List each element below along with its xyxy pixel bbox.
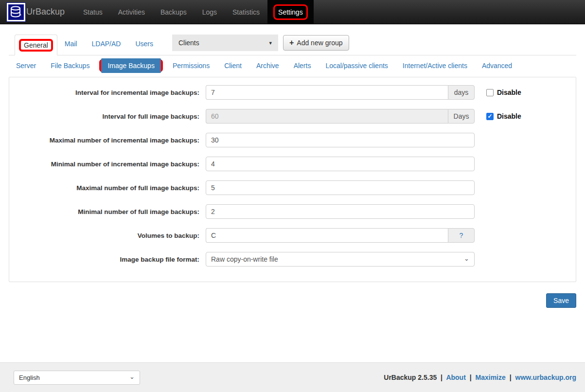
brand[interactable]: UrBackup xyxy=(0,0,65,24)
unit-addon: Days xyxy=(448,109,475,124)
annotation-box-general: General xyxy=(19,39,53,52)
field-label: Interval for incremental image backups: xyxy=(9,89,206,96)
language-select-value: English xyxy=(19,374,40,381)
tab-users[interactable]: Users xyxy=(128,35,160,53)
subtab-advanced[interactable]: Advanced xyxy=(475,58,519,73)
separator: | xyxy=(439,374,444,381)
plus-icon: + xyxy=(289,38,294,47)
field-label: Interval for full image backups: xyxy=(9,113,206,120)
tab-mail[interactable]: Mail xyxy=(57,35,85,53)
maximize-link[interactable]: Maximize xyxy=(476,374,506,381)
footer-info: UrBackup 2.5.35 | About | Maximize | www… xyxy=(384,374,576,381)
subtab-file-backups[interactable]: File Backups xyxy=(43,58,97,73)
top-navbar: UrBackup Status Activities Backups Logs … xyxy=(0,0,585,24)
subtab-image-backups[interactable]: Image Backups xyxy=(101,58,161,73)
brand-name: UrBackup xyxy=(26,7,65,17)
separator: | xyxy=(468,374,474,381)
field-label: Image backup file format: xyxy=(9,256,206,263)
add-new-group-button[interactable]: + Add new group xyxy=(283,35,349,51)
subtab-archive[interactable]: Archive xyxy=(249,58,286,73)
field-label: Maximal number of full image backups: xyxy=(9,184,206,192)
subtab-client[interactable]: Client xyxy=(217,58,249,73)
row-max-full-image: Maximal number of full image backups: xyxy=(9,180,576,195)
unit-addon: days xyxy=(448,85,475,100)
nav-item-status[interactable]: Status xyxy=(75,0,110,24)
save-button[interactable]: Save xyxy=(546,293,576,308)
field-label: Minimal number of incremental image back… xyxy=(9,160,206,168)
language-select[interactable]: English ⌄ xyxy=(14,371,140,385)
website-link[interactable]: www.urbackup.org xyxy=(515,374,577,381)
version-text: UrBackup 2.5.35 xyxy=(384,374,437,381)
disable-checkbox[interactable] xyxy=(486,113,494,120)
urbackup-logo-database-icon xyxy=(7,3,25,21)
row-max-incr-image: Maximal number of incremental image back… xyxy=(9,133,576,147)
annotation-box-image-backups: Image Backups xyxy=(99,59,163,72)
nav-item-settings-label: Settings xyxy=(278,8,303,16)
row-min-incr-image: Minimal number of incremental image back… xyxy=(9,157,576,171)
save-row: Save xyxy=(9,293,576,308)
nav-item-logs[interactable]: Logs xyxy=(195,0,225,24)
tab-general[interactable]: General xyxy=(15,35,57,55)
field-label: Minimal number of full image backups: xyxy=(9,208,206,215)
image-backups-settings-panel: Interval for incremental image backups: … xyxy=(9,77,576,282)
row-incr-image-interval: Interval for incremental image backups: … xyxy=(9,85,576,100)
subtab-local-passive-clients[interactable]: Local/passive clients xyxy=(318,58,395,73)
help-icon[interactable]: ? xyxy=(448,228,475,243)
subtab-internet-active-clients[interactable]: Internet/Active clients xyxy=(395,58,475,73)
row-volumes-to-backup: Volumes to backup: ? xyxy=(9,228,576,243)
image-file-format-value: Raw copy-on-write file xyxy=(211,255,278,263)
main-content: General Mail LDAP/AD Users Clients ▾ + A… xyxy=(0,24,585,362)
add-new-group-label: Add new group xyxy=(297,39,342,47)
general-subtabs: Server File Backups Image Backups Permis… xyxy=(9,57,576,73)
full-image-interval-input xyxy=(206,109,448,124)
disable-checkbox-label: Disable xyxy=(497,112,521,120)
chevron-down-icon: ⌄ xyxy=(464,255,469,262)
disable-checkbox[interactable] xyxy=(486,89,494,96)
chevron-down-icon: ⌄ xyxy=(129,374,135,380)
field-label: Maximal number of incremental image back… xyxy=(9,137,206,144)
footer: English ⌄ UrBackup 2.5.35 | About | Maxi… xyxy=(0,362,585,392)
tab-ldap-ad[interactable]: LDAP/AD xyxy=(84,35,128,53)
nav-items: Status Activities Backups Logs Statistic… xyxy=(75,0,314,24)
min-incr-image-input[interactable] xyxy=(206,157,475,171)
min-full-image-input[interactable] xyxy=(206,204,475,219)
client-group-select-value: Clients xyxy=(178,39,199,47)
field-label: Volumes to backup: xyxy=(9,232,206,239)
subtab-permissions[interactable]: Permissions xyxy=(165,58,217,73)
disable-checkbox-label: Disable xyxy=(497,89,521,96)
client-group-select[interactable]: Clients ▾ xyxy=(172,35,278,51)
about-link[interactable]: About xyxy=(446,374,465,381)
image-file-format-select[interactable]: Raw copy-on-write file ⌄ xyxy=(206,252,475,267)
max-incr-image-input[interactable] xyxy=(206,133,475,147)
max-full-image-input[interactable] xyxy=(206,180,475,195)
row-image-file-format: Image backup file format: Raw copy-on-wr… xyxy=(9,252,576,267)
row-full-image-interval: Interval for full image backups: Days Di… xyxy=(9,109,576,124)
volumes-to-backup-input[interactable] xyxy=(206,228,448,243)
row-min-full-image: Minimal number of full image backups: xyxy=(9,204,576,219)
subtab-server[interactable]: Server xyxy=(9,58,43,73)
caret-down-icon: ▾ xyxy=(269,40,272,46)
nav-item-settings[interactable]: Settings xyxy=(267,0,314,24)
separator: | xyxy=(508,374,514,381)
settings-tabs: General Mail LDAP/AD Users Clients ▾ + A… xyxy=(9,35,576,55)
nav-item-statistics[interactable]: Statistics xyxy=(225,0,267,24)
incr-image-interval-input[interactable] xyxy=(206,85,448,100)
subtab-alerts[interactable]: Alerts xyxy=(286,58,319,73)
nav-item-activities[interactable]: Activities xyxy=(110,0,153,24)
annotation-box-settings: Settings xyxy=(273,4,308,20)
nav-item-backups[interactable]: Backups xyxy=(153,0,195,24)
